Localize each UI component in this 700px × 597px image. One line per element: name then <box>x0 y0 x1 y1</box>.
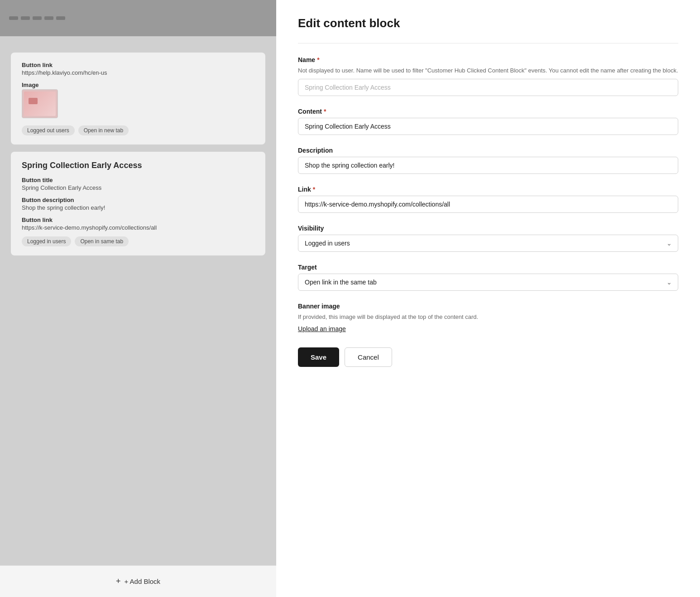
top-bar-dot <box>21 16 30 20</box>
content-input[interactable] <box>298 118 678 135</box>
button-link-value-1: https://help.klaviyo.com/hc/en-us <box>22 69 254 76</box>
name-input[interactable] <box>298 79 678 96</box>
top-bar-dot <box>56 16 65 20</box>
top-bar-decorations <box>9 16 65 20</box>
target-label: Target <box>298 264 678 271</box>
button-desc-label-2: Button description <box>22 197 254 203</box>
description-group: Description <box>298 147 678 174</box>
add-block-label: + Add Block <box>124 578 160 585</box>
link-label: Link * <box>298 186 678 193</box>
save-button[interactable]: Save <box>298 347 339 367</box>
visibility-label: Visibility <box>298 225 678 232</box>
image-label-1: Image <box>22 82 254 88</box>
top-bar-dot <box>33 16 42 20</box>
name-label: Name * <box>298 56 678 63</box>
content-required-star: * <box>324 108 326 115</box>
button-link-value-2: https://k-service-demo.myshopify.com/col… <box>22 224 254 231</box>
tag-logged-in: Logged in users <box>22 236 71 246</box>
target-select[interactable]: Open link in the same tabOpen link in a … <box>298 274 678 291</box>
name-hint: Not displayed to user. Name will be used… <box>298 66 678 75</box>
tags-row-2: Logged in users Open in same tab <box>22 236 254 246</box>
top-bar <box>0 0 276 36</box>
card-2: Spring Collection Early Access Button ti… <box>11 152 265 255</box>
plus-icon: + <box>116 577 121 586</box>
target-group: Target Open link in the same tabOpen lin… <box>298 264 678 291</box>
right-panel: Edit content block Name * Not displayed … <box>276 0 700 597</box>
tag-logged-out: Logged out users <box>22 125 75 135</box>
image-preview-inner-1 <box>24 91 56 116</box>
card-2-title: Spring Collection Early Access <box>22 161 254 170</box>
banner-image-label: Banner image <box>298 303 678 310</box>
add-block-button[interactable]: + + Add Block <box>0 565 276 597</box>
tags-row-1: Logged out users Open in new tab <box>22 125 254 135</box>
button-title-value-2: Spring Collection Early Access <box>22 184 254 191</box>
banner-image-section: Banner image If provided, this image wil… <box>298 303 678 333</box>
link-input[interactable] <box>298 196 678 213</box>
link-required-star: * <box>313 186 315 193</box>
button-link-label-1: Button link <box>22 62 254 68</box>
target-select-wrapper: Open link in the same tabOpen link in a … <box>298 274 678 291</box>
top-bar-dot <box>9 16 18 20</box>
cancel-button[interactable]: Cancel <box>345 347 392 367</box>
button-title-label-2: Button title <box>22 177 254 183</box>
image-preview-1 <box>22 89 58 118</box>
left-content: Button link https://help.klaviyo.com/hc/… <box>0 36 276 272</box>
visibility-select[interactable]: Logged in usersLogged out usersEveryone <box>298 235 678 252</box>
banner-image-hint: If provided, this image will be displaye… <box>298 313 678 322</box>
card-1: Button link https://help.klaviyo.com/hc/… <box>11 53 265 144</box>
content-label: Content * <box>298 108 678 115</box>
button-link-label-2: Button link <box>22 217 254 223</box>
left-panel: Button link https://help.klaviyo.com/hc/… <box>0 0 276 597</box>
name-required-star: * <box>317 56 319 63</box>
visibility-group: Visibility Logged in usersLogged out use… <box>298 225 678 252</box>
upload-link[interactable]: Upload an image <box>298 325 346 332</box>
top-bar-dot <box>44 16 53 20</box>
description-input[interactable] <box>298 157 678 174</box>
button-desc-value-2: Shop the spring collection early! <box>22 204 254 211</box>
tag-open-same-tab: Open in same tab <box>75 236 129 246</box>
name-group: Name * Not displayed to user. Name will … <box>298 56 678 96</box>
action-row: Save Cancel <box>298 347 678 367</box>
description-label: Description <box>298 147 678 154</box>
panel-title: Edit content block <box>298 16 678 30</box>
tag-open-new-tab: Open in new tab <box>78 125 129 135</box>
visibility-select-wrapper: Logged in usersLogged out usersEveryone … <box>298 235 678 252</box>
link-group: Link * <box>298 186 678 213</box>
divider <box>298 43 678 43</box>
content-group: Content * <box>298 108 678 135</box>
